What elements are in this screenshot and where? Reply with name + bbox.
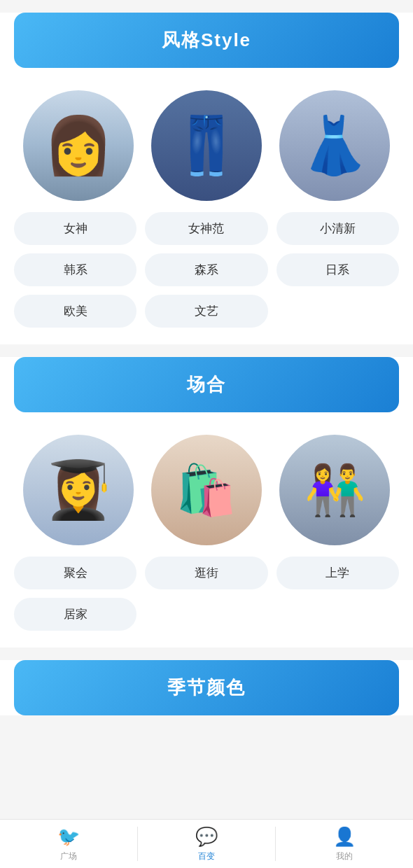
tag-shangxue[interactable]: 上学 [276, 556, 399, 589]
style-title: 风格Style [162, 29, 251, 50]
tag-hanxi[interactable]: 韩系 [14, 253, 136, 286]
season-title: 季节颜色 [167, 677, 246, 698]
tag-rixi[interactable]: 日系 [276, 253, 399, 286]
style-section: 风格Style 女神 女神范 小清新 韩系 森系 日系 欧美 文艺 [0, 13, 413, 344]
tag-jujia[interactable]: 居家 [14, 598, 136, 631]
nav-label-guangchang: 广场 [60, 850, 77, 862]
nav-item-guangchang[interactable]: 🐦 广场 [0, 820, 137, 868]
style-image-skirt[interactable] [279, 90, 390, 201]
season-header: 季节颜色 [14, 660, 399, 715]
style-image-girl[interactable] [23, 90, 134, 201]
tag-juhui[interactable]: 聚会 [14, 556, 136, 589]
occasion-image-shopping[interactable] [151, 435, 262, 545]
style-tags-grid: 女神 女神范 小清新 韩系 森系 日系 欧美 文艺 [0, 206, 413, 333]
bottom-nav: 🐦 广场 💬 百变 👤 我的 [0, 819, 413, 868]
style-images [0, 79, 413, 206]
occasion-header: 场合 [14, 357, 399, 412]
tag-wenyi[interactable]: 文艺 [145, 295, 267, 328]
nav-icon-baibian: 💬 [195, 826, 218, 848]
nav-icon-guangchang: 🐦 [57, 826, 80, 848]
occasion-image-school[interactable] [279, 435, 390, 545]
occasion-images [0, 424, 413, 551]
tag-senxi[interactable]: 森系 [145, 253, 267, 286]
occasion-image-party[interactable] [23, 435, 134, 545]
season-section: 季节颜色 [0, 660, 413, 715]
tag-nvshenfan[interactable]: 女神范 [145, 212, 267, 245]
nav-label-baibian: 百变 [198, 850, 215, 862]
occasion-title: 场合 [187, 374, 226, 395]
tag-oumei[interactable]: 欧美 [14, 295, 136, 328]
tag-xiaoqingxin[interactable]: 小清新 [276, 212, 399, 245]
style-header: 风格Style [14, 13, 399, 68]
occasion-section: 场合 聚会 逛街 上学 居家 [0, 357, 413, 648]
occasion-tags-grid: 聚会 逛街 上学 居家 [0, 551, 413, 636]
nav-item-baibian[interactable]: 💬 百变 [138, 820, 275, 868]
tag-nvsheng[interactable]: 女神 [14, 212, 136, 245]
tag-jingjie[interactable]: 逛街 [145, 556, 267, 589]
nav-icon-wode: 👤 [333, 826, 356, 848]
nav-item-wode[interactable]: 👤 我的 [276, 820, 413, 868]
style-image-jeans[interactable] [151, 90, 262, 201]
nav-label-wode: 我的 [336, 850, 353, 862]
